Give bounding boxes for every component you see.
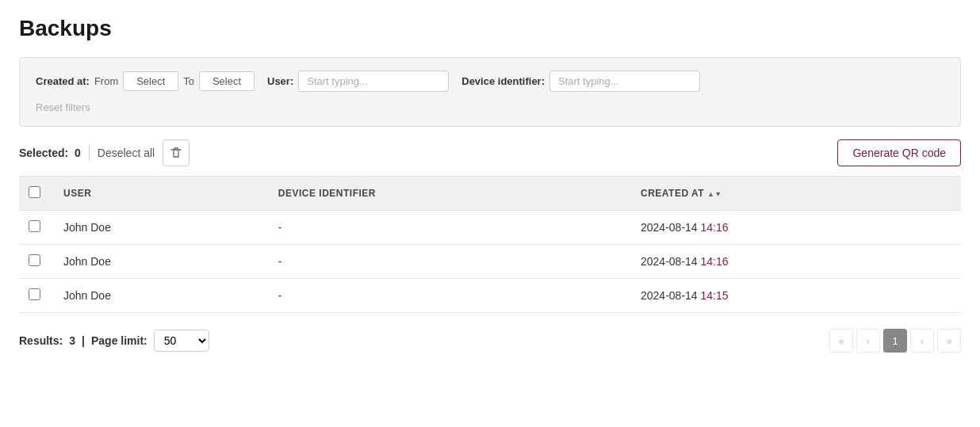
created-at-cell: 2024-08-14 14:15: [628, 279, 961, 313]
page-title: Backups: [19, 16, 961, 41]
row-checkbox-0[interactable]: [29, 220, 40, 232]
reset-filters-button[interactable]: Reset filters: [36, 101, 90, 113]
toolbar-left: Selected: 0 Deselect all: [19, 139, 189, 166]
device-cell: -: [266, 211, 628, 245]
selected-number: 0: [75, 147, 81, 159]
time-part: 14:16: [701, 255, 729, 268]
table-header-row: USER DEVICE IDENTIFIER CREATED AT ▲▼: [19, 177, 961, 211]
deselect-all-button[interactable]: Deselect all: [98, 147, 155, 159]
created-at-filter-group: Created at: From Select To Select: [36, 71, 255, 91]
page-1-button[interactable]: 1: [883, 329, 907, 353]
prev-page-button[interactable]: ‹: [856, 329, 880, 353]
results-label: Results:: [19, 334, 63, 347]
user-cell: John Doe: [51, 211, 266, 245]
trash-icon: [170, 147, 182, 159]
device-input[interactable]: [549, 71, 700, 92]
results-count: 3: [69, 334, 75, 347]
user-cell: John Doe: [51, 245, 266, 279]
to-label: To: [183, 75, 194, 87]
page-limit-select[interactable]: 102550100: [154, 330, 209, 352]
sort-icon: ▲▼: [707, 191, 722, 198]
row-checkbox-cell[interactable]: [19, 279, 51, 313]
selected-count-label: Selected: 0: [19, 147, 81, 159]
device-cell: -: [266, 245, 628, 279]
device-cell: -: [266, 279, 628, 313]
created-at-label: Created at:: [36, 75, 90, 87]
row-checkbox-cell[interactable]: [19, 245, 51, 279]
table-row: John Doe - 2024-08-14 14:15: [19, 279, 961, 313]
last-page-button[interactable]: »: [937, 329, 961, 353]
table-row: John Doe - 2024-08-14 14:16: [19, 245, 961, 279]
row-checkbox-1[interactable]: [29, 254, 40, 266]
to-select-button[interactable]: Select: [199, 71, 255, 91]
created-at-cell: 2024-08-14 14:16: [628, 245, 961, 279]
from-label: From: [94, 75, 118, 87]
user-label: User:: [267, 75, 293, 87]
table-row: John Doe - 2024-08-14 14:16: [19, 211, 961, 245]
device-label: Device identifier:: [461, 75, 545, 87]
next-page-button[interactable]: ›: [910, 329, 934, 353]
from-select-button[interactable]: Select: [123, 71, 178, 91]
time-part: 14:16: [701, 221, 729, 234]
row-checkbox-2[interactable]: [29, 288, 40, 300]
device-filter-group: Device identifier:: [461, 71, 700, 92]
pipe-divider: |: [82, 334, 85, 347]
filter-bar: Created at: From Select To Select User: …: [19, 57, 961, 127]
table-body: John Doe - 2024-08-14 14:16 John Doe - 2…: [19, 211, 961, 313]
user-input[interactable]: [298, 71, 449, 92]
select-all-checkbox[interactable]: [29, 186, 40, 198]
delete-button[interactable]: [163, 139, 189, 166]
created-at-col-header[interactable]: CREATED AT ▲▼: [628, 177, 961, 211]
user-col-header: USER: [51, 177, 266, 211]
first-page-button[interactable]: «: [829, 329, 853, 353]
row-checkbox-cell[interactable]: [19, 211, 51, 245]
page-limit-label: Page limit:: [91, 334, 147, 347]
user-filter-group: User:: [267, 71, 449, 92]
pagination-bar: Results: 3 | Page limit: 102550100 « ‹ 1…: [19, 329, 961, 353]
time-part: 14:15: [701, 289, 729, 302]
user-cell: John Doe: [51, 279, 266, 313]
backups-table: USER DEVICE IDENTIFIER CREATED AT ▲▼ Joh…: [19, 176, 961, 313]
generate-qr-button[interactable]: Generate QR code: [837, 139, 961, 166]
pagination-nav: « ‹ 1 › »: [829, 329, 961, 353]
results-info: Results: 3 | Page limit: 102550100: [19, 330, 209, 352]
filter-row: Created at: From Select To Select User: …: [36, 71, 944, 92]
toolbar: Selected: 0 Deselect all Generate QR cod…: [19, 139, 961, 166]
toolbar-divider: [89, 145, 90, 161]
device-col-header: DEVICE IDENTIFIER: [266, 177, 628, 211]
created-at-cell: 2024-08-14 14:16: [628, 211, 961, 245]
select-all-col[interactable]: [19, 177, 51, 211]
